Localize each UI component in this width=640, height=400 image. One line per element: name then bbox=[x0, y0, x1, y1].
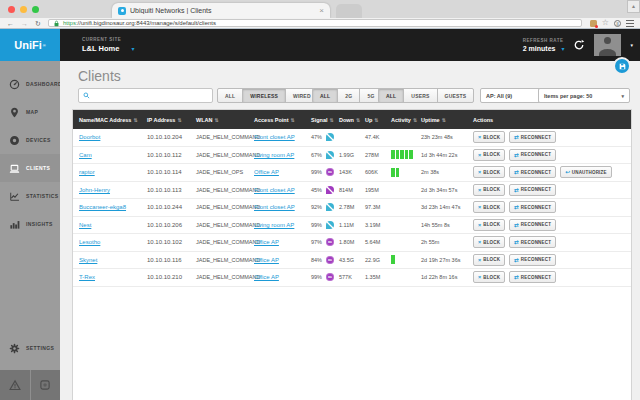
window-controls bbox=[8, 6, 39, 13]
column-header-uptime[interactable]: Uptime ⇅ bbox=[421, 117, 473, 123]
column-header-signal[interactable]: Signal ⇅ bbox=[311, 117, 339, 123]
sidebar-item-settings[interactable]: SETTINGS bbox=[0, 334, 60, 362]
items-per-page-dropdown[interactable]: Items per page: 50 ▾ bbox=[538, 88, 630, 103]
reconnect-button[interactable]: ⇄ RECONNECT bbox=[509, 131, 556, 143]
column-header-down[interactable]: Down ⇅ bbox=[339, 117, 365, 123]
uptime-value: 1d 3h 44m 22s bbox=[421, 152, 473, 158]
access-point-link[interactable]: Living room AP bbox=[254, 152, 294, 158]
column-header-ip-address[interactable]: IP Address ⇅ bbox=[147, 117, 196, 123]
client-name-link[interactable]: raptor bbox=[79, 169, 95, 175]
access-point-link[interactable]: Office AP bbox=[254, 257, 279, 263]
block-button[interactable]: × BLOCK bbox=[473, 271, 505, 283]
reconnect-icon: ⇄ bbox=[514, 274, 519, 280]
column-header-access-point[interactable]: Access Point ⇅ bbox=[254, 117, 311, 123]
reconnect-button[interactable]: ⇄ RECONNECT bbox=[509, 219, 556, 231]
address-bar[interactable]: https://unifi.bigdinosaur.org:8443/manag… bbox=[48, 19, 582, 27]
sidebar-item-clients[interactable]: CLIENTS bbox=[0, 154, 60, 182]
window-scroll-button[interactable]: ▴ bbox=[627, 0, 640, 13]
forward-icon[interactable]: → bbox=[21, 19, 28, 28]
reconnect-button[interactable]: ⇄ RECONNECT bbox=[509, 184, 556, 196]
block-button[interactable]: × BLOCK bbox=[473, 236, 505, 248]
access-point-link[interactable]: Office AP bbox=[254, 169, 279, 175]
access-point-link[interactable]: Front closet AP bbox=[254, 134, 295, 140]
chevron-down-icon[interactable]: ▾ bbox=[630, 42, 633, 48]
column-header-wlan[interactable]: WLAN ⇅ bbox=[196, 117, 254, 123]
table-header: Name/MAC Address ⇅ IP Address ⇅ WLAN ⇅ A… bbox=[73, 110, 631, 129]
filter-user-type-users[interactable]: USERS bbox=[403, 88, 437, 103]
sidebar-item-devices[interactable]: DEVICES bbox=[0, 126, 60, 154]
reconnect-icon: ⇄ bbox=[514, 257, 519, 263]
up-value: 1.35M bbox=[365, 274, 391, 280]
sidebar-footer bbox=[0, 370, 60, 400]
export-button[interactable] bbox=[613, 57, 631, 75]
reconnect-button[interactable]: ⇄ RECONNECT bbox=[509, 166, 556, 178]
sort-icon: ⇅ bbox=[442, 117, 446, 123]
access-point-link[interactable]: Office AP bbox=[254, 239, 279, 245]
column-header-activity[interactable]: Activity ⇅ bbox=[391, 117, 421, 123]
block-button[interactable]: × BLOCK bbox=[473, 166, 505, 178]
client-name-link[interactable]: John-Henry bbox=[79, 187, 110, 193]
alerts-button[interactable] bbox=[0, 370, 31, 400]
column-header-name-mac-address[interactable]: Name/MAC Address ⇅ bbox=[79, 117, 147, 123]
block-button[interactable]: × BLOCK bbox=[473, 254, 505, 266]
events-button[interactable] bbox=[31, 370, 61, 400]
current-site-selector[interactable]: CURRENT SITE L&L Home ▾ bbox=[82, 37, 134, 53]
filter-connection-all[interactable]: ALL bbox=[217, 88, 243, 103]
block-button[interactable]: × BLOCK bbox=[473, 201, 505, 213]
filter-user-type-all[interactable]: ALL bbox=[378, 88, 404, 103]
filter-group-connection: ALLWIRELESSWIRED bbox=[217, 88, 319, 103]
block-button[interactable]: × BLOCK bbox=[473, 219, 505, 231]
close-window-button[interactable] bbox=[8, 6, 15, 13]
filter-user-type-guests[interactable]: GUESTS bbox=[437, 88, 475, 103]
refresh-rate-selector[interactable]: REFRESH RATE 2 minutes ▾ bbox=[523, 38, 565, 52]
zoom-window-button[interactable] bbox=[32, 6, 39, 13]
block-button[interactable]: × BLOCK bbox=[473, 131, 505, 143]
reconnect-button[interactable]: ⇄ RECONNECT bbox=[509, 254, 556, 266]
client-name-link[interactable]: Skynet bbox=[79, 257, 97, 263]
reconnect-button[interactable]: ⇄ RECONNECT bbox=[509, 201, 556, 213]
client-name-link[interactable]: Doorbot bbox=[79, 134, 100, 140]
client-name-link[interactable]: Buccaneer-ekga8 bbox=[79, 204, 126, 210]
back-icon[interactable]: ← bbox=[7, 19, 14, 28]
block-button[interactable]: × BLOCK bbox=[473, 184, 505, 196]
access-point-link[interactable]: Office AP bbox=[254, 274, 279, 280]
filter-band-2g[interactable]: 2G bbox=[337, 88, 360, 103]
reconnect-button[interactable]: ⇄ RECONNECT bbox=[509, 271, 556, 283]
reconnect-button[interactable]: ⇄ RECONNECT bbox=[509, 149, 556, 161]
sidebar-item-statistics[interactable]: STATISTICS bbox=[0, 182, 60, 210]
browser-tab[interactable]: Ubiquiti Networks | Clients × bbox=[112, 3, 330, 18]
browser-menu-icon[interactable] bbox=[626, 20, 634, 27]
events-icon bbox=[39, 379, 51, 391]
refresh-icon[interactable] bbox=[573, 39, 585, 51]
tab-close-icon[interactable]: × bbox=[319, 7, 324, 15]
signal-value: 45% bbox=[311, 187, 322, 193]
extension-icon[interactable] bbox=[590, 20, 597, 27]
client-name-link[interactable]: Lesotho bbox=[79, 239, 100, 245]
client-name-link[interactable]: Nest bbox=[79, 222, 91, 228]
page-title: Clients bbox=[78, 68, 121, 84]
access-point-link[interactable]: Front closet AP bbox=[254, 187, 295, 193]
sidebar-item-map[interactable]: MAP bbox=[0, 98, 60, 126]
new-tab-button[interactable] bbox=[336, 4, 362, 18]
access-point-link[interactable]: Living room AP bbox=[254, 222, 294, 228]
signal-value: 99% bbox=[311, 169, 322, 175]
filter-band-all[interactable]: ALL bbox=[312, 88, 338, 103]
sidebar-item-insights[interactable]: INSIGHTS bbox=[0, 210, 60, 238]
avatar[interactable] bbox=[594, 34, 621, 56]
reload-icon[interactable]: ↻ bbox=[35, 19, 41, 28]
reconnect-button[interactable]: ⇄ RECONNECT bbox=[509, 236, 556, 248]
minimize-window-button[interactable] bbox=[20, 6, 27, 13]
bookmark-star-icon[interactable]: ☆ bbox=[602, 19, 609, 27]
sidebar-item-dashboard[interactable]: DASHBOARD bbox=[0, 70, 60, 98]
client-name-link[interactable]: Cam bbox=[79, 152, 92, 158]
extension-circle-icon[interactable]: || bbox=[614, 20, 621, 27]
up-value: 195M bbox=[365, 187, 391, 193]
access-point-link[interactable]: Front closet AP bbox=[254, 204, 295, 210]
search-input[interactable] bbox=[93, 93, 208, 99]
activity-bars bbox=[391, 255, 421, 264]
block-button[interactable]: × BLOCK bbox=[473, 149, 505, 161]
unauthorize-button[interactable]: ↩ UNAUTHORIZE bbox=[560, 166, 612, 178]
column-header-up[interactable]: Up ⇅ bbox=[365, 117, 391, 123]
filter-connection-wireless[interactable]: WIRELESS bbox=[242, 88, 286, 103]
client-name-link[interactable]: T-Rex bbox=[79, 274, 95, 280]
